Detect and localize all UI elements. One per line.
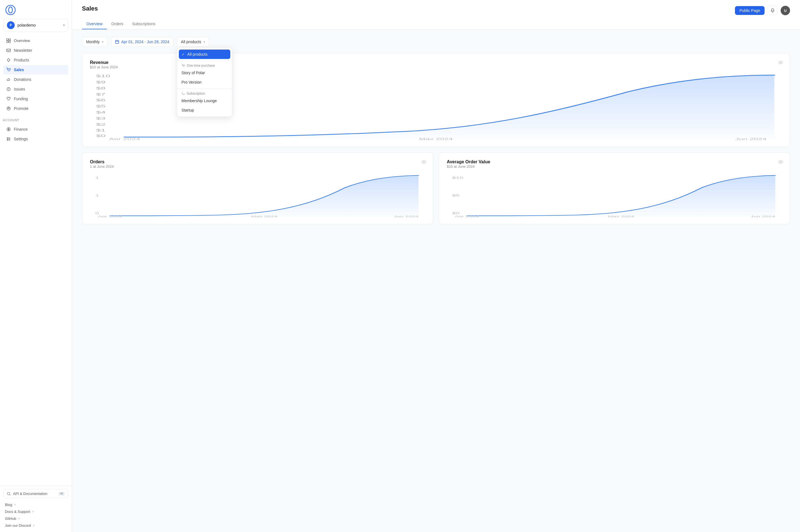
svg-text:$5: $5 <box>452 194 459 197</box>
check-icon: ✓ <box>182 52 185 56</box>
notifications-button[interactable] <box>768 6 777 15</box>
products-filter[interactable]: All products ▾ <box>177 37 209 46</box>
sidebar-item-products[interactable]: Products <box>3 55 69 65</box>
page-tabs: Overview Orders Subscriptions <box>82 19 790 29</box>
calendar-icon <box>115 40 119 44</box>
avg-order-title: Average Order Value <box>447 159 782 165</box>
svg-text:1: 1 <box>95 194 99 197</box>
svg-text:$0: $0 <box>452 212 459 215</box>
diamond-icon <box>6 58 11 62</box>
svg-point-36 <box>423 162 425 163</box>
svg-point-35 <box>422 160 426 163</box>
avg-order-subtitle: $10 at June 2024 <box>447 165 782 169</box>
api-docs-shortcut: ⌘K <box>58 492 65 496</box>
date-range-filter[interactable]: Apr 01, 2024 - Jun 28, 2024 <box>111 37 174 46</box>
api-docs-button[interactable]: API & Documentation ⌘K <box>3 489 69 498</box>
grid-icon <box>6 38 11 43</box>
footer-github[interactable]: GitHub ↗ <box>3 515 69 522</box>
svg-point-15 <box>7 492 10 495</box>
dropdown-all-products[interactable]: ✓ All products <box>179 50 230 59</box>
sidebar-item-newsletter[interactable]: Newsletter <box>3 46 69 55</box>
sidebar-bottom: API & Documentation ⌘K Blog ↗ Docs & Sup… <box>0 486 72 532</box>
dropdown-story-label: Story of Polar <box>182 71 205 75</box>
svg-text:$3: $3 <box>96 116 106 120</box>
svg-text:$10: $10 <box>96 74 110 78</box>
avg-order-chart-card: Average Order Value $10 at June 2024 $10… <box>439 153 790 224</box>
footer-discord[interactable]: Join our Discord ↗ <box>3 522 69 529</box>
svg-text:May 2024: May 2024 <box>419 137 453 140</box>
org-name: polardemo <box>17 23 60 27</box>
svg-point-20 <box>780 62 781 63</box>
svg-rect-3 <box>9 39 11 40</box>
footer-blog[interactable]: Blog ↗ <box>3 501 69 508</box>
dropdown-membership-lounge[interactable]: Membership Lounge <box>177 96 232 106</box>
tab-orders[interactable]: Orders <box>107 19 128 29</box>
svg-text:$8: $8 <box>96 87 106 90</box>
svg-point-18 <box>184 66 184 67</box>
dropdown-startup-label: Startup <box>182 108 194 112</box>
svg-point-19 <box>779 61 783 64</box>
dollar-icon <box>6 127 11 132</box>
sidebar-item-sales[interactable]: Sales <box>3 65 69 74</box>
orders-eye-icon[interactable] <box>421 159 426 166</box>
tab-subscriptions[interactable]: Subscriptions <box>128 19 160 29</box>
dropdown-divider-2 <box>177 89 232 89</box>
svg-text:Apr 2024: Apr 2024 <box>109 137 140 140</box>
org-selector[interactable]: P polardemo ▾ <box>3 19 69 32</box>
logo-container <box>0 0 72 19</box>
org-avatar: P <box>7 21 15 29</box>
discord-label: Join our Discord <box>5 524 31 528</box>
svg-point-7 <box>8 71 8 71</box>
svg-point-44 <box>780 162 781 163</box>
products-dropdown: ✓ All products One-time purchase Story o… <box>177 48 232 117</box>
public-page-button[interactable]: Public Page <box>735 6 765 15</box>
external-link-icon: ↗ <box>32 510 34 513</box>
svg-text:1: 1 <box>95 176 99 179</box>
svg-text:Jun 2024: Jun 2024 <box>750 215 775 217</box>
sidebar-item-settings[interactable]: Settings <box>3 134 69 144</box>
page-title: Sales <box>82 5 98 16</box>
sidebar-item-overview[interactable]: Overview <box>3 36 69 45</box>
mail-icon <box>6 48 11 53</box>
sidebar-label-newsletter: Newsletter <box>14 48 32 53</box>
main-content: Sales Public Page U Overview Orders Subs… <box>72 0 800 532</box>
svg-text:$5: $5 <box>96 104 106 108</box>
svg-point-13 <box>8 108 9 109</box>
period-filter[interactable]: Monthly ▾ <box>82 37 108 46</box>
orders-chart-card: Orders 1 at June 2024 1 1 0 <box>82 153 433 224</box>
sidebar-item-promote[interactable]: Promote <box>3 104 69 113</box>
svg-text:$0: $0 <box>96 134 106 137</box>
tab-overview[interactable]: Overview <box>82 19 107 29</box>
account-section-label: ACCOUNT <box>0 115 72 124</box>
footer-docs[interactable]: Docs & Support ↗ <box>3 509 69 515</box>
sidebar-item-funding[interactable]: Funding <box>3 94 69 103</box>
svg-text:Apr 2024: Apr 2024 <box>455 215 479 217</box>
dropdown-startup[interactable]: Startup <box>177 106 232 115</box>
svg-text:$6: $6 <box>96 98 106 102</box>
svg-text:Jun 2024: Jun 2024 <box>735 137 767 140</box>
user-avatar[interactable]: U <box>781 6 790 15</box>
dropdown-story-of-polar[interactable]: Story of Polar <box>177 68 232 77</box>
main-nav: Overview Newsletter Products Sales Donat… <box>0 35 72 115</box>
svg-text:Jun 2024: Jun 2024 <box>394 215 419 217</box>
cart-small-icon <box>182 64 185 68</box>
issues-icon <box>6 87 11 92</box>
svg-text:$2: $2 <box>96 122 106 126</box>
sidebar-item-issues[interactable]: Issues <box>3 84 69 94</box>
sidebar-item-finance[interactable]: Finance <box>3 125 69 134</box>
eye-icon[interactable] <box>778 60 783 66</box>
sidebar-label-overview: Overview <box>14 38 30 43</box>
avg-order-chart-header: Average Order Value $10 at June 2024 <box>447 159 782 169</box>
sidebar-item-donations[interactable]: Donations <box>3 75 69 84</box>
docs-label: Docs & Support <box>5 510 30 514</box>
svg-rect-6 <box>7 49 11 52</box>
sidebar-label-settings: Settings <box>14 137 28 141</box>
dropdown-pro-version[interactable]: Pro Version <box>177 77 232 87</box>
app-logo <box>5 5 16 15</box>
svg-point-17 <box>183 66 183 67</box>
sidebar-label-donations: Donations <box>14 77 31 82</box>
svg-point-11 <box>8 90 9 91</box>
avg-order-eye-icon[interactable] <box>778 159 783 166</box>
handshake-icon <box>6 77 11 82</box>
svg-rect-2 <box>7 39 8 40</box>
